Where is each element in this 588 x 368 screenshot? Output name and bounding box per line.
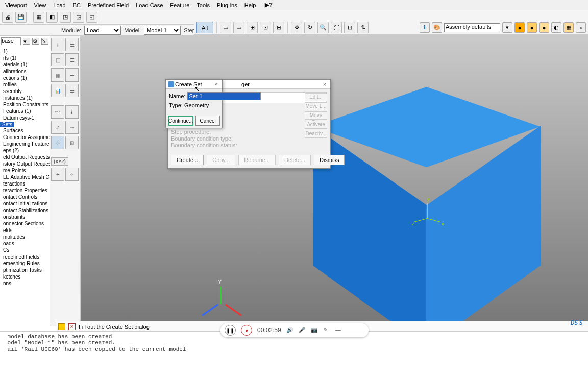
tree-item[interactable]: Datum csys-1 [0,114,50,121]
persp-icon[interactable]: ◧ [46,12,58,23]
webcam-off-icon[interactable]: 📷 [311,327,318,334]
tree-item[interactable]: Features (1) [0,108,50,114]
partition-icon[interactable]: ⊞ [65,136,79,149]
tree-item[interactable]: Connector Assignments [0,134,50,141]
prompt-play-icon[interactable] [58,323,65,330]
bc-create-icon[interactable]: ◫ [51,53,64,66]
tree-item[interactable]: alibrations [0,68,50,75]
case-manager-icon[interactable]: ☰ [65,84,79,97]
field-manager-icon[interactable]: ☰ [65,68,79,82]
cancel-button[interactable]: Cancel [195,116,220,126]
amp-create-icon[interactable]: 〰 [51,105,64,119]
rotate-icon[interactable]: ↻ [304,22,315,33]
tree-item[interactable]: rts (1) [0,55,50,61]
sync-icon[interactable]: ⇅ [357,22,369,33]
tree-item[interactable]: Instances (1) [0,95,50,101]
tree-item[interactable]: ontact Controls [0,194,50,200]
tree-item[interactable]: ontact Initializations [0,200,50,207]
fit-icon[interactable]: ⛶ [331,22,342,33]
toggle3-icon[interactable]: ⊞ [247,22,258,33]
load-manager-icon[interactable]: ☰ [65,38,79,51]
tree-item[interactable]: mplitudes [0,234,50,240]
toggle5-icon[interactable]: ⊟ [273,22,284,33]
case-create-icon[interactable]: 📊 [51,84,64,97]
color-icon[interactable]: 🎨 [432,22,442,33]
menu-tools[interactable]: Tools [193,1,213,9]
prompt-stop-icon[interactable]: ✕ [68,323,76,330]
tree-item[interactable]: eld Output Requests (1) [0,154,50,160]
tree-item[interactable]: onstraints [0,214,50,220]
tree-item[interactable]: oads [0,240,50,247]
menu-bc[interactable]: BC [70,1,84,9]
tree-item[interactable]: ssembly [0,88,50,95]
toggle1-icon[interactable]: ▭ [220,22,231,33]
tree-item[interactable]: ketches [0,273,50,280]
tree-item[interactable]: teraction Properties [0,187,50,194]
tree-item[interactable]: nns [0,280,50,287]
tree-item[interactable]: Sets [0,122,14,127]
menu-feature[interactable]: Feature [167,1,192,9]
tree-item[interactable]: onnector Sections [0,220,50,227]
bc-manager-close-icon[interactable]: × [321,81,328,88]
csys-icon[interactable]: ✦ [51,168,64,181]
shade2-icon[interactable]: ● [527,22,537,33]
iso2-icon[interactable]: ◲ [73,12,84,23]
select-all-icon[interactable]: All [196,22,213,33]
tree-btn3-icon[interactable]: ⇲ [41,38,48,45]
tree-item[interactable]: Cs [0,247,50,254]
vel-icon[interactable]: ↗ [51,121,64,134]
render-style-select[interactable]: Assembly defaults [444,23,500,32]
zoom-icon[interactable]: 🔍 [317,22,329,33]
tree-filter-select[interactable]: base [1,37,21,45]
shade3-icon[interactable]: ● [539,22,549,33]
tree-item[interactable]: Position Constraints [0,101,50,108]
wire-icon[interactable]: ◐ [551,22,561,33]
bc-manager-icon[interactable]: ☰ [65,53,79,66]
menu-load[interactable]: Load [50,1,68,9]
tree-item[interactable]: redefined Fields [0,254,50,260]
model-cube[interactable] [313,87,540,326]
set-name-input[interactable] [187,92,261,100]
canvas-3d[interactable]: y x z Y X Z [81,36,588,326]
ortho-icon[interactable]: ▦ [33,12,44,23]
tree-btn1-icon[interactable]: ▾ [23,38,30,45]
mic-off-icon[interactable]: 🎤 [299,327,306,334]
pan-icon[interactable]: ✥ [291,22,302,33]
menu-viewport[interactable]: Viewport [2,1,30,9]
save-icon[interactable]: 💾 [15,12,27,23]
create-set-close-icon[interactable]: × [213,81,220,88]
record-button[interactable]: ● [241,325,252,336]
tree-item[interactable]: Surfaces [0,127,50,134]
iso3-icon[interactable]: ◱ [86,12,97,23]
tex-icon[interactable]: ▦ [564,22,574,33]
tree-item[interactable]: istory Output Requests (1) [0,160,50,167]
datum-icon[interactable]: ⊹ [51,136,64,149]
model-select[interactable]: Model-1 [144,26,181,35]
info-icon[interactable]: ℹ [420,22,430,33]
menu-view[interactable]: View [31,1,50,9]
create-button[interactable]: Create... [171,155,204,165]
draw-icon[interactable]: ✎ [323,327,330,334]
pause-button[interactable]: ❚❚ [225,325,236,336]
menu-plugins[interactable]: Plug-ins [214,1,240,9]
tree-item[interactable]: ections (1) [0,75,50,81]
tree-btn2-icon[interactable]: ⚙ [32,38,39,45]
tree-item[interactable]: me Points [0,167,50,174]
shade1-icon[interactable]: ● [514,22,525,33]
menu-loadcase[interactable]: Load Case [133,1,166,9]
tree-item[interactable]: LE Adaptive Mesh Constrain [0,174,50,180]
conn-icon[interactable]: ⊸ [65,121,79,134]
tree-item[interactable]: aterials (1) [0,61,50,68]
tree-item[interactable]: elds [0,227,50,234]
tree-item[interactable]: 1) [0,48,50,55]
temp-icon[interactable]: 🌡 [65,105,79,119]
tree-item[interactable]: ontact Stabilizations [0,207,50,214]
tree-item[interactable]: teractions [0,180,50,187]
continue-button[interactable]: Continue... [168,116,193,126]
toggle4-icon[interactable]: ⊡ [260,22,271,33]
field-create-icon[interactable]: ▦ [51,68,64,82]
module-select[interactable]: Load [84,26,121,35]
plane-icon[interactable]: ✧ [65,168,79,181]
dismiss-button[interactable]: Dismiss [314,155,345,165]
last-icon[interactable]: ▫ [576,22,586,33]
